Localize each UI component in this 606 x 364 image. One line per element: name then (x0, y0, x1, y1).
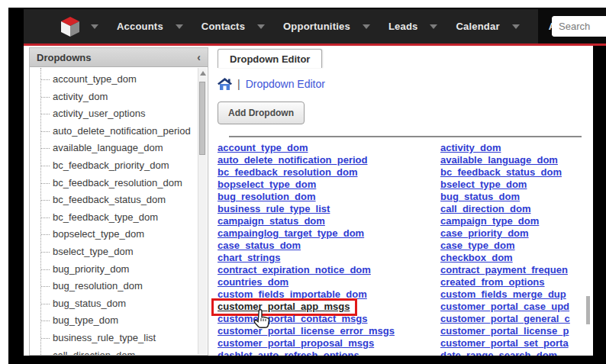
sidebar-item[interactable]: activity_user_options (30, 105, 198, 123)
dropdown-link[interactable]: customer_portal_proposal_msgs (218, 337, 440, 350)
dropdown-link[interactable]: contract_expiration_notice_dom (218, 264, 440, 276)
dropdown-link[interactable]: checkbox_dom (440, 252, 572, 264)
sidebar-item[interactable]: bselect_type_dom (30, 243, 198, 261)
sidebar-item[interactable]: business_rule_type_list (30, 330, 198, 347)
sidebar-collapse-icon[interactable]: ‹ (197, 52, 201, 63)
scroll-up-icon[interactable] (200, 71, 206, 76)
dropdown-link[interactable]: call_direction_dom (440, 203, 572, 215)
nav-item-caret-icon[interactable] (363, 24, 370, 29)
dropdown-link[interactable]: customer_portal_general_c (440, 313, 572, 325)
nav-menu-item-label: Calendar (456, 21, 499, 32)
breadcrumb-link[interactable]: Dropdown Editor (246, 78, 325, 90)
dropdown-link[interactable]: campaign_type_dom (440, 215, 572, 227)
search-input[interactable] (552, 16, 606, 37)
breadcrumb-separator: | (237, 78, 240, 90)
dropdown-link[interactable]: customer_portal_case_upd (440, 301, 572, 313)
section-divider (229, 136, 582, 137)
dropdown-link[interactable]: chart_strings (218, 252, 440, 264)
top-navbar: Accounts Contacts Opportunities Leads (24, 9, 606, 43)
dropdown-link[interactable]: date_range_search_dom (440, 350, 572, 356)
dropdown-link[interactable]: customer_portal_license_error_msgs (218, 325, 440, 337)
dropdown-link[interactable]: countries_dom (218, 276, 440, 288)
dropdown-link[interactable]: case_status_dom (218, 240, 440, 252)
hand-cursor-icon (253, 309, 271, 330)
dropdown-link[interactable]: bug_status_dom (440, 191, 572, 203)
dropdown-editor-panel: Dropdown Editor | Dropdown Editor Add Dr… (208, 46, 593, 356)
sidebar-item[interactable]: bug_resolution_dom (30, 278, 198, 295)
dropdown-link[interactable]: customer_portal_license_p (440, 325, 572, 337)
dropdown-link[interactable]: account_type_dom (218, 142, 440, 154)
nav-menu-item-label: Contacts (201, 21, 245, 32)
sidebar-item[interactable]: available_language_dom (30, 140, 198, 157)
outer-scrollbar-thumb[interactable] (586, 296, 590, 324)
nav-menu-item-label: Accounts (117, 21, 163, 32)
dropdown-link[interactable]: campaign_status_dom (218, 215, 440, 227)
nav-item-caret-icon[interactable] (512, 24, 520, 29)
add-dropdown-button[interactable]: Add Dropdown (218, 101, 305, 124)
nav-menu-item[interactable]: Leads (388, 9, 438, 43)
page-content: Dropdowns ‹ account_type_dom activity_do… (24, 46, 593, 356)
tab-dropdown-editor[interactable]: Dropdown Editor (218, 49, 322, 68)
nav-menu-item-label: Opportunities (283, 21, 350, 32)
dropdown-link[interactable]: contract_payment_frequen (440, 264, 572, 276)
nav-menu-item[interactable]: Opportunities (283, 9, 370, 43)
nav-item-caret-icon[interactable] (257, 24, 265, 29)
app-logo-cube-icon[interactable] (60, 16, 80, 37)
dropdown-link[interactable]: bselect_type_dom (440, 179, 572, 191)
dropdown-link[interactable]: dashlet_auto_refresh_options (218, 350, 440, 356)
sidebar-item[interactable]: auto_delete_notification_period (30, 123, 198, 140)
sidebar-item[interactable]: bc_feedback_priority_dom (30, 157, 198, 175)
dropdown-link[interactable]: case_type_dom (440, 240, 572, 252)
dropdown-link[interactable]: business_rule_type_list (218, 203, 440, 215)
dropdown-link[interactable]: customer_portal_app_msgs (218, 301, 440, 313)
sidebar-scrollbar-thumb[interactable] (199, 82, 205, 155)
sidebar-tree: account_type_dom activity_dom activity_u… (30, 68, 198, 355)
dropdown-link[interactable]: custom_fields_merge_dup (440, 288, 572, 301)
home-icon[interactable] (218, 78, 232, 90)
sidebar-title: Dropdowns (37, 52, 92, 63)
dropdown-link[interactable]: created_from_options (440, 276, 572, 288)
sidebar-scrollbar[interactable] (198, 68, 207, 354)
sidebar-item[interactable]: bug_status_dom (30, 295, 198, 313)
dropdown-link[interactable]: bc_feedback_status_dom (440, 166, 572, 179)
dropdown-link[interactable]: customer_portal_contact_msgs (218, 313, 440, 325)
nav-menu: Accounts Contacts Opportunities Leads (117, 9, 606, 43)
dropdown-list-left-column: account_type_dom auto_delete_notificatio… (218, 142, 440, 356)
sidebar-item[interactable]: account_type_dom (30, 71, 198, 89)
nav-menu-item[interactable]: Contacts (201, 9, 265, 43)
nav-menu-item-label: Leads (388, 21, 418, 32)
nav-menu-item[interactable]: Calendar (456, 9, 519, 43)
dropdown-link[interactable]: available_language_dom (440, 154, 572, 166)
dropdowns-sidebar: Dropdowns ‹ account_type_dom activity_do… (29, 47, 208, 356)
dropdown-link[interactable]: case_priority_dom (440, 227, 572, 240)
dropdown-link[interactable]: customer_portal_set_porta (440, 337, 572, 350)
sidebar-item[interactable]: bopselect_type_dom (30, 226, 198, 243)
screenshot-stage: Accounts Contacts Opportunities Leads (0, 0, 606, 364)
breadcrumb: | Dropdown Editor (218, 78, 593, 90)
dropdown-link[interactable]: bopselect_type_dom (218, 179, 440, 191)
sidebar-item[interactable]: bug_priority_dom (30, 261, 198, 279)
sidebar-item[interactable]: activity_dom (30, 89, 198, 106)
dropdown-link[interactable]: auto_delete_notification_period (218, 154, 440, 166)
sidebar-item[interactable]: bc_feedback_status_dom (30, 192, 198, 209)
nav-item-caret-icon[interactable] (176, 24, 183, 29)
nav-item-caret-icon[interactable] (430, 24, 437, 29)
nav-menu-item[interactable]: Accounts (117, 9, 183, 43)
sidebar-item[interactable]: call_direction_dom (30, 347, 198, 356)
sidebar-item[interactable]: bug_type_dom (30, 312, 198, 330)
sidebar-item[interactable]: bc_feedback_resolution_dom (30, 175, 198, 192)
logo-dropdown-caret-icon[interactable] (91, 24, 98, 29)
sidebar-item[interactable]: bc_feedback_type_dom (30, 209, 198, 227)
dropdown-link[interactable]: bug_resolution_dom (218, 191, 440, 203)
dropdown-link[interactable]: activity_dom (440, 142, 572, 154)
dropdown-link[interactable]: campainglog_target_type_dom (218, 227, 440, 240)
dropdown-link[interactable]: bc_feedback_resolution_dom (218, 166, 440, 179)
dropdown-list-right-column: activity_dom available_language_dom bc_f… (440, 142, 572, 356)
sidebar-header: Dropdowns ‹ (30, 48, 208, 67)
